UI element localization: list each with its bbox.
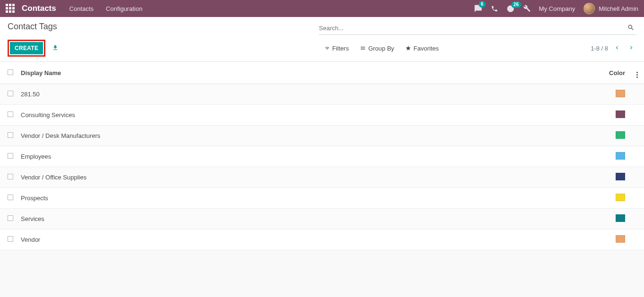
groupby-button[interactable]: Group By	[360, 45, 394, 52]
row-checkbox[interactable]	[8, 132, 13, 138]
company-switcher[interactable]: My Company	[539, 5, 575, 12]
filters-button[interactable]: Filters	[325, 45, 349, 52]
list-view: Display Name Color 281.50Consulting Serv…	[0, 62, 644, 250]
activities-badge: 26	[511, 1, 521, 8]
filters-label: Filters	[332, 45, 349, 52]
tools-icon[interactable]	[523, 5, 531, 12]
table-row[interactable]: Vendor / Office Supplies	[0, 167, 644, 188]
row-name: Consulting Services	[17, 105, 601, 126]
nav-contacts[interactable]: Contacts	[69, 5, 94, 12]
column-menu-icon[interactable]	[636, 72, 638, 78]
row-checkbox[interactable]	[8, 195, 13, 200]
table-row[interactable]: Consulting Services	[0, 105, 644, 126]
search-icon[interactable]	[626, 24, 636, 33]
tags-table: Display Name Color 281.50Consulting Serv…	[0, 62, 644, 250]
pager-text[interactable]: 1-8 / 8	[591, 45, 608, 52]
color-swatch[interactable]	[616, 173, 625, 180]
row-name: Employees	[17, 146, 601, 167]
phone-icon[interactable]	[491, 5, 498, 12]
search-input[interactable]	[319, 23, 626, 34]
color-swatch[interactable]	[616, 235, 625, 243]
row-checkbox[interactable]	[8, 91, 13, 96]
table-row[interactable]: Vendor	[0, 229, 644, 250]
color-swatch[interactable]	[616, 131, 625, 139]
user-menu[interactable]: Mitchell Admin	[584, 3, 638, 14]
table-row[interactable]: Prospects	[0, 188, 644, 209]
row-checkbox[interactable]	[8, 215, 13, 221]
row-checkbox[interactable]	[8, 236, 13, 242]
activities-icon[interactable]: 26	[507, 5, 515, 13]
row-name: Vendor	[17, 229, 601, 250]
control-panel: Contact Tags CREATE Filters Group By	[0, 17, 644, 62]
avatar	[584, 3, 595, 14]
page-title: Contact Tags	[8, 22, 57, 32]
favorites-label: Favorites	[413, 45, 438, 52]
row-name: Prospects	[17, 188, 601, 209]
groupby-label: Group By	[368, 45, 394, 52]
row-checkbox[interactable]	[8, 111, 13, 117]
messages-badge: 6	[479, 1, 486, 8]
pager-prev-icon[interactable]	[612, 42, 622, 54]
row-checkbox[interactable]	[8, 174, 13, 179]
pager-next-icon[interactable]	[626, 42, 636, 54]
color-swatch[interactable]	[616, 90, 625, 97]
row-name: Vendor / Office Supplies	[17, 167, 601, 188]
apps-icon[interactable]	[6, 4, 15, 13]
col-header-color[interactable]: Color	[601, 62, 630, 84]
row-name: Vendor / Desk Manufacturers	[17, 126, 601, 146]
col-header-name[interactable]: Display Name	[17, 62, 601, 84]
row-checkbox[interactable]	[8, 153, 13, 159]
brand-title[interactable]: Contacts	[22, 4, 56, 13]
table-row[interactable]: Vendor / Desk Manufacturers	[0, 126, 644, 146]
user-name: Mitchell Admin	[599, 5, 638, 12]
create-button[interactable]: CREATE	[10, 42, 43, 54]
color-swatch[interactable]	[616, 152, 625, 160]
messages-icon[interactable]: 6	[474, 4, 482, 13]
color-swatch[interactable]	[616, 194, 625, 201]
table-row[interactable]: 281.50	[0, 84, 644, 105]
nav-configuration[interactable]: Configuration	[106, 5, 142, 12]
table-row[interactable]: Services	[0, 209, 644, 229]
table-row[interactable]: Employees	[0, 146, 644, 167]
row-name: Services	[17, 209, 601, 229]
top-navbar: Contacts Contacts Configuration 6 26 My …	[0, 0, 644, 17]
create-highlight: CREATE	[8, 40, 45, 57]
color-swatch[interactable]	[616, 214, 625, 222]
select-all-checkbox[interactable]	[8, 69, 13, 75]
color-swatch[interactable]	[616, 110, 625, 118]
favorites-button[interactable]: Favorites	[405, 45, 438, 52]
download-icon[interactable]	[52, 44, 59, 52]
row-name: 281.50	[17, 84, 601, 105]
search-bar	[319, 22, 636, 35]
